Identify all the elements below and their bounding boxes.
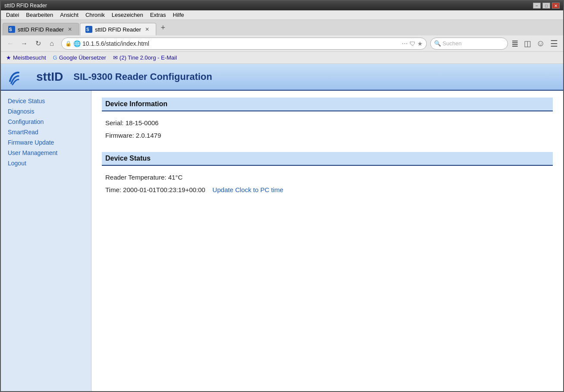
translate-icon: G [53, 54, 57, 61]
search-placeholder: Suchen [443, 40, 462, 47]
profile-icon[interactable]: ☺ [535, 38, 547, 49]
bookmark-star-icon[interactable]: ★ [417, 40, 423, 47]
address-icons: ⋯ 🛡 ★ [402, 40, 423, 47]
bookmark-tine-label: (2) Tine 2.0org - E-Mail [120, 54, 177, 61]
restore-button[interactable]: □ [542, 3, 550, 9]
content-area: Device Information Serial: 18-15-0006 Fi… [91, 91, 563, 391]
browser-window: sttID RFID Reader − □ ✕ Datei Bearbeiten… [0, 0, 564, 392]
menu-extras[interactable]: Extras [147, 11, 170, 19]
more-icon[interactable]: ⋯ [402, 40, 408, 47]
time-label: Time: 2000-01-01T00:23:19+00:00 [105, 186, 205, 193]
main-layout: Device Status Diagnosis Configuration Sm… [1, 91, 563, 391]
security-icon: 🔒 [65, 41, 72, 47]
app-title: SIL-9300 Reader Configuration [73, 71, 212, 82]
tab-1-close[interactable]: ✕ [66, 26, 73, 33]
update-clock-link[interactable]: Update Clock to PC time [212, 186, 283, 193]
address-bar[interactable]: 🔒 🌐 10.1.5.6/static/index.html ⋯ 🛡 ★ [61, 38, 427, 50]
tab-1[interactable]: S sttID RFID Reader ✕ [3, 23, 79, 35]
menu-bar: Datei Bearbeiten Ansicht Chronik Lesezei… [1, 10, 563, 20]
device-information-section: Device Information Serial: 18-15-0006 Fi… [102, 98, 553, 142]
tab-2-icon: S [85, 26, 92, 33]
shield-icon: 🛡 [410, 40, 416, 47]
menu-icon[interactable]: ☰ [548, 38, 560, 50]
serial-row: Serial: 18-15-0006 [102, 117, 553, 129]
title-bar-text: sttID RFID Reader [4, 3, 47, 9]
device-information-header: Device Information [102, 98, 553, 111]
menu-lesezeichen[interactable]: Lesezeichen [108, 11, 147, 19]
cert-icon: 🌐 [73, 40, 81, 47]
minimize-button[interactable]: − [533, 3, 541, 9]
sidebar-item-configuration[interactable]: Configuration [1, 117, 91, 127]
temperature-row: Reader Temperature: 41°C [102, 171, 553, 183]
page-area: sttID SIL-9300 Reader Configuration Devi… [1, 64, 563, 391]
sidebar-item-smartread[interactable]: SmartRead [1, 127, 91, 137]
menu-ansicht[interactable]: Ansicht [57, 11, 82, 19]
sidebar: Device Status Diagnosis Configuration Sm… [1, 91, 91, 391]
bookmark-star-icon: ★ [6, 54, 11, 61]
app-container: sttID SIL-9300 Reader Configuration Devi… [1, 64, 563, 391]
back-button[interactable]: ← [4, 38, 16, 50]
sidebar-item-device-status[interactable]: Device Status [1, 96, 91, 106]
forward-button[interactable]: → [18, 38, 30, 50]
tab-1-label: sttID RFID Reader [18, 26, 64, 33]
sttid-logo-svg [8, 68, 29, 85]
bookmark-meistbesucht-label: Meistbesucht [13, 54, 46, 61]
logo-text: sttID [36, 70, 63, 84]
bookmark-google-label: Google Übersetzer [59, 54, 106, 61]
svg-text:S: S [86, 27, 89, 32]
menu-hilfe[interactable]: Hilfe [170, 11, 188, 19]
bookmark-tine[interactable]: ✉ (2) Tine 2.0org - E-Mail [111, 54, 179, 62]
logo-area [8, 68, 29, 85]
menu-datei[interactable]: Datei [3, 11, 22, 19]
title-bar-controls: − □ ✕ [533, 3, 560, 9]
toolbar: ← → ↻ ⌂ 🔒 🌐 10.1.5.6/static/index.html ⋯… [1, 35, 563, 52]
new-tab-button[interactable]: + [157, 22, 169, 34]
tab-2[interactable]: S sttID RFID Reader ✕ [80, 23, 156, 35]
sidebar-item-firmware-update[interactable]: Firmware Update [1, 137, 91, 148]
reload-button[interactable]: ↻ [32, 38, 44, 50]
bookmarks-bar: ★ Meistbesucht G Google Übersetzer ✉ (2)… [1, 52, 563, 64]
tab-2-label: sttID RFID Reader [95, 26, 141, 33]
address-text: 10.1.5.6/static/index.html [82, 40, 400, 47]
device-status-section: Device Status Reader Temperature: 41°C T… [102, 152, 553, 196]
close-button[interactable]: ✕ [552, 3, 560, 9]
bookmark-meistbesucht[interactable]: ★ Meistbesucht [4, 54, 48, 62]
search-icon: 🔍 [434, 40, 441, 47]
menu-chronik[interactable]: Chronik [82, 11, 108, 19]
email-icon: ✉ [113, 54, 118, 61]
device-status-header: Device Status [102, 152, 553, 166]
tabs-bar: S sttID RFID Reader ✕ S sttID RFID Reade… [1, 20, 563, 35]
bookmark-google[interactable]: G Google Übersetzer [51, 54, 108, 62]
time-row: Time: 2000-01-01T00:23:19+00:00 Update C… [102, 183, 553, 196]
app-header: sttID SIL-9300 Reader Configuration [1, 64, 563, 91]
title-bar: sttID RFID Reader − □ ✕ [1, 1, 563, 10]
sidebar-item-logout[interactable]: Logout [1, 158, 91, 168]
toolbar-right: ≣ ◫ ☺ ☰ [510, 38, 560, 50]
sidebar-item-user-management[interactable]: User Management [1, 148, 91, 158]
search-bar[interactable]: 🔍 Suchen [430, 38, 508, 50]
home-button[interactable]: ⌂ [46, 38, 58, 50]
sidebar-icon[interactable]: ◫ [522, 38, 533, 49]
tab-1-icon: S [8, 26, 15, 33]
sidebar-item-diagnosis[interactable]: Diagnosis [1, 106, 91, 117]
menu-bearbeiten[interactable]: Bearbeiten [22, 11, 57, 19]
firmware-row: Firmware: 2.0.1479 [102, 129, 553, 142]
library-icon[interactable]: ≣ [510, 38, 520, 50]
svg-text:S: S [9, 27, 12, 32]
tab-2-close[interactable]: ✕ [144, 26, 151, 33]
